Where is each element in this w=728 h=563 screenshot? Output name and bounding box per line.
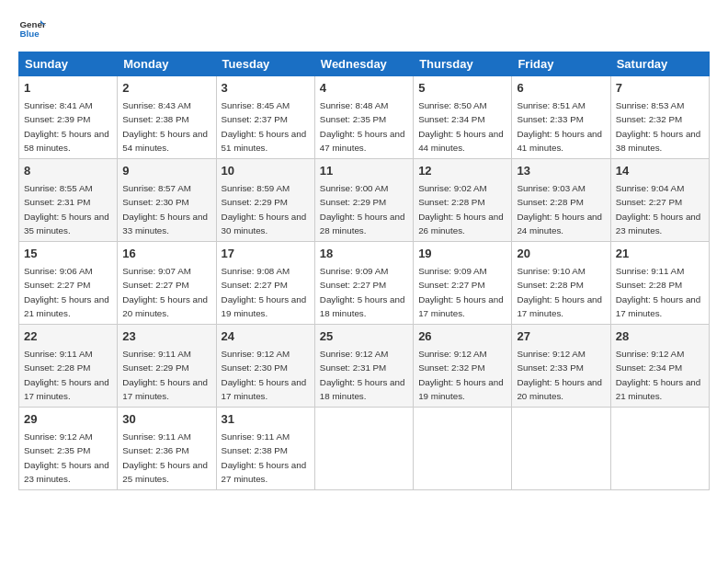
calendar-cell: 3Sunrise: 8:45 AMSunset: 2:37 PMDaylight… [216, 76, 314, 159]
calendar-cell: 23Sunrise: 9:11 AMSunset: 2:29 PMDayligh… [118, 325, 216, 408]
day-number: 25 [320, 328, 408, 345]
day-info: Sunrise: 9:00 AMSunset: 2:29 PMDaylight:… [320, 183, 405, 236]
day-number: 12 [418, 163, 506, 179]
calendar-cell: 30Sunrise: 9:11 AMSunset: 2:36 PMDayligh… [118, 408, 216, 490]
day-number: 7 [616, 80, 704, 97]
calendar-cell: 6Sunrise: 8:51 AMSunset: 2:33 PMDaylight… [512, 76, 610, 159]
calendar-cell: 11Sunrise: 9:00 AMSunset: 2:29 PMDayligh… [314, 159, 413, 242]
calendar-cell: 27Sunrise: 9:12 AMSunset: 2:33 PMDayligh… [512, 325, 610, 408]
calendar-cell: 13Sunrise: 9:03 AMSunset: 2:28 PMDayligh… [512, 159, 610, 242]
day-info: Sunrise: 8:57 AMSunset: 2:30 PMDaylight:… [122, 183, 208, 236]
day-info: Sunrise: 9:03 AMSunset: 2:28 PMDaylight:… [517, 183, 602, 236]
day-info: Sunrise: 9:12 AMSunset: 2:31 PMDaylight:… [320, 349, 405, 401]
logo: General Blue [18, 15, 50, 42]
svg-text:General: General [20, 19, 47, 29]
calendar-cell: 10Sunrise: 8:59 AMSunset: 2:29 PMDayligh… [216, 159, 314, 242]
day-info: Sunrise: 9:10 AMSunset: 2:28 PMDaylight:… [517, 266, 602, 318]
day-info: Sunrise: 9:12 AMSunset: 2:35 PMDaylight:… [24, 431, 109, 484]
day-info: Sunrise: 9:09 AMSunset: 2:27 PMDaylight:… [418, 266, 504, 318]
calendar-cell: 19Sunrise: 9:09 AMSunset: 2:27 PMDayligh… [414, 242, 512, 325]
day-number: 19 [418, 246, 506, 262]
day-info: Sunrise: 8:48 AMSunset: 2:35 PMDaylight:… [320, 100, 405, 153]
logo-icon: General Blue [18, 15, 46, 42]
calendar-cell: 15Sunrise: 9:06 AMSunset: 2:27 PMDayligh… [19, 242, 118, 325]
day-info: Sunrise: 9:11 AMSunset: 2:38 PMDaylight:… [222, 431, 307, 484]
weekday-header-tuesday: Tuesday [216, 52, 314, 76]
day-info: Sunrise: 9:08 AMSunset: 2:27 PMDaylight:… [222, 266, 307, 318]
day-info: Sunrise: 9:09 AMSunset: 2:27 PMDaylight:… [320, 266, 405, 318]
weekday-header-sunday: Sunday [19, 52, 118, 76]
day-number: 27 [517, 328, 605, 345]
day-number: 30 [122, 411, 210, 428]
weekday-header-friday: Friday [512, 52, 610, 76]
day-info: Sunrise: 8:50 AMSunset: 2:34 PMDaylight:… [418, 100, 504, 153]
calendar-cell: 25Sunrise: 9:12 AMSunset: 2:31 PMDayligh… [314, 325, 413, 408]
day-info: Sunrise: 8:53 AMSunset: 2:32 PMDaylight:… [616, 100, 701, 153]
calendar-cell: 21Sunrise: 9:11 AMSunset: 2:28 PMDayligh… [610, 242, 709, 325]
calendar-cell: 7Sunrise: 8:53 AMSunset: 2:32 PMDaylight… [610, 76, 709, 159]
calendar-cell [314, 408, 413, 490]
day-number: 15 [24, 246, 112, 262]
day-number: 3 [222, 80, 310, 97]
page-header: General Blue [18, 15, 710, 42]
day-number: 2 [122, 80, 210, 97]
day-number: 1 [24, 80, 112, 97]
day-number: 6 [517, 80, 605, 97]
calendar-cell: 26Sunrise: 9:12 AMSunset: 2:32 PMDayligh… [414, 325, 512, 408]
day-number: 22 [24, 328, 112, 345]
day-info: Sunrise: 9:12 AMSunset: 2:34 PMDaylight:… [616, 349, 701, 401]
calendar-cell: 2Sunrise: 8:43 AMSunset: 2:38 PMDaylight… [118, 76, 216, 159]
weekday-header-saturday: Saturday [610, 52, 709, 76]
svg-text:Blue: Blue [20, 29, 40, 39]
day-info: Sunrise: 8:41 AMSunset: 2:39 PMDaylight:… [24, 100, 109, 153]
day-info: Sunrise: 8:43 AMSunset: 2:38 PMDaylight:… [122, 100, 208, 153]
day-number: 23 [122, 328, 210, 345]
calendar-cell: 28Sunrise: 9:12 AMSunset: 2:34 PMDayligh… [610, 325, 709, 408]
day-info: Sunrise: 9:06 AMSunset: 2:27 PMDaylight:… [24, 266, 109, 318]
calendar-cell: 12Sunrise: 9:02 AMSunset: 2:28 PMDayligh… [414, 159, 512, 242]
calendar-cell: 17Sunrise: 9:08 AMSunset: 2:27 PMDayligh… [216, 242, 314, 325]
calendar-cell: 22Sunrise: 9:11 AMSunset: 2:28 PMDayligh… [19, 325, 118, 408]
day-number: 4 [320, 80, 408, 97]
calendar-cell [610, 408, 709, 490]
day-info: Sunrise: 8:51 AMSunset: 2:33 PMDaylight:… [517, 100, 602, 153]
day-number: 31 [222, 411, 310, 428]
day-number: 9 [122, 163, 210, 179]
weekday-header-thursday: Thursday [414, 52, 512, 76]
day-number: 8 [24, 163, 112, 179]
day-number: 5 [418, 80, 506, 97]
day-number: 16 [122, 246, 210, 262]
calendar-cell: 18Sunrise: 9:09 AMSunset: 2:27 PMDayligh… [314, 242, 413, 325]
calendar-cell: 16Sunrise: 9:07 AMSunset: 2:27 PMDayligh… [118, 242, 216, 325]
day-number: 26 [418, 328, 506, 345]
day-number: 20 [517, 246, 605, 262]
calendar-cell: 20Sunrise: 9:10 AMSunset: 2:28 PMDayligh… [512, 242, 610, 325]
day-number: 14 [616, 163, 704, 179]
calendar-cell: 8Sunrise: 8:55 AMSunset: 2:31 PMDaylight… [19, 159, 118, 242]
day-info: Sunrise: 9:07 AMSunset: 2:27 PMDaylight:… [122, 266, 208, 318]
weekday-header-wednesday: Wednesday [314, 52, 413, 76]
day-number: 29 [24, 411, 112, 428]
calendar-cell [512, 408, 610, 490]
day-info: Sunrise: 9:12 AMSunset: 2:33 PMDaylight:… [517, 349, 602, 401]
day-number: 28 [616, 328, 704, 345]
day-info: Sunrise: 9:04 AMSunset: 2:27 PMDaylight:… [616, 183, 701, 236]
calendar-cell: 4Sunrise: 8:48 AMSunset: 2:35 PMDaylight… [314, 76, 413, 159]
day-info: Sunrise: 8:55 AMSunset: 2:31 PMDaylight:… [24, 183, 109, 236]
day-info: Sunrise: 8:45 AMSunset: 2:37 PMDaylight:… [222, 100, 307, 153]
day-number: 17 [222, 246, 310, 262]
calendar-cell: 14Sunrise: 9:04 AMSunset: 2:27 PMDayligh… [610, 159, 709, 242]
calendar-cell: 31Sunrise: 9:11 AMSunset: 2:38 PMDayligh… [216, 408, 314, 490]
day-info: Sunrise: 9:12 AMSunset: 2:32 PMDaylight:… [418, 349, 504, 401]
day-info: Sunrise: 8:59 AMSunset: 2:29 PMDaylight:… [222, 183, 307, 236]
day-number: 10 [222, 163, 310, 179]
day-number: 13 [517, 163, 605, 179]
day-number: 21 [616, 246, 704, 262]
calendar-cell [414, 408, 512, 490]
calendar-cell: 24Sunrise: 9:12 AMSunset: 2:30 PMDayligh… [216, 325, 314, 408]
day-info: Sunrise: 9:11 AMSunset: 2:28 PMDaylight:… [24, 349, 109, 401]
calendar: SundayMondayTuesdayWednesdayThursdayFrid… [18, 52, 710, 490]
day-info: Sunrise: 9:12 AMSunset: 2:30 PMDaylight:… [222, 349, 307, 401]
day-info: Sunrise: 9:11 AMSunset: 2:36 PMDaylight:… [122, 431, 208, 484]
day-number: 11 [320, 163, 408, 179]
